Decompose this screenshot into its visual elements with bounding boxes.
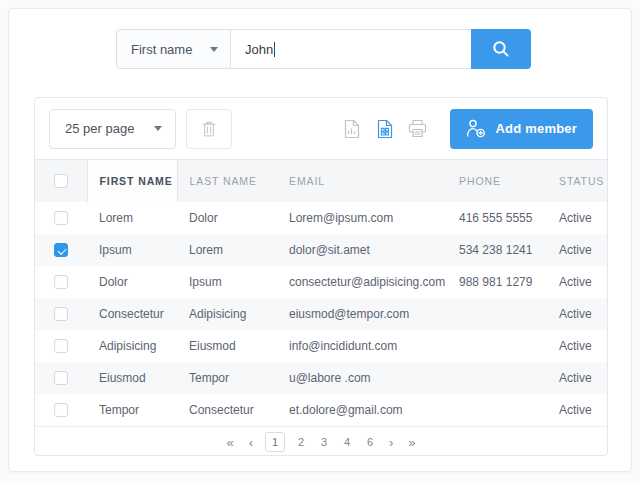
per-page-dropdown[interactable]: 25 per page: [49, 109, 176, 149]
cell-status: Active: [547, 266, 607, 298]
cell-phone: [447, 394, 547, 426]
print-button[interactable]: [405, 116, 431, 142]
cell-email: et.dolore@gmail.com: [277, 394, 447, 426]
export-report-button[interactable]: [339, 116, 365, 142]
cell-first-name: Ipsum: [87, 234, 177, 266]
search-icon: [491, 39, 511, 59]
pagination: «‹12346›»: [35, 426, 607, 456]
add-member-button[interactable]: Add member: [450, 109, 593, 149]
search-button[interactable]: [471, 29, 531, 69]
prev-page-button[interactable]: ‹: [246, 435, 256, 450]
cell-status: Active: [547, 394, 607, 426]
page-button-3[interactable]: 3: [317, 436, 331, 448]
printer-icon: [408, 119, 427, 138]
members-card: First name John 25 per page: [8, 8, 632, 472]
cell-email: consectetur@adipisicing.com: [277, 266, 447, 298]
search-bar: First name John: [116, 29, 531, 69]
row-checkbox[interactable]: [54, 307, 68, 321]
table-row[interactable]: ConsecteturAdipisicingeiusmod@tempor.com…: [35, 298, 607, 330]
cell-last-name: Tempor: [177, 362, 277, 394]
cell-first-name: Dolor: [87, 266, 177, 298]
text-cursor: [274, 42, 275, 57]
cell-status: Active: [547, 202, 607, 234]
cell-phone: [447, 298, 547, 330]
table-row[interactable]: TemporConsecteturet.dolore@gmail.comActi…: [35, 394, 607, 426]
cell-email: dolor@sit.amet: [277, 234, 447, 266]
page-button-6[interactable]: 6: [363, 436, 377, 448]
column-header-email[interactable]: EMAIL: [277, 160, 447, 202]
cell-phone: 988 981 1279: [447, 266, 547, 298]
column-header-status[interactable]: STATUS: [547, 160, 607, 202]
cell-first-name: Adipisicing: [87, 330, 177, 362]
cell-first-name: Eiusmod: [87, 362, 177, 394]
cell-email: Lorem@ipsum.com: [277, 202, 447, 234]
file-chart-icon: [344, 119, 360, 139]
cell-last-name: Adipisicing: [177, 298, 277, 330]
search-field-dropdown[interactable]: First name: [116, 29, 231, 69]
cell-email: u@labore .com: [277, 362, 447, 394]
trash-icon: [201, 120, 217, 138]
cell-last-name: Dolor: [177, 202, 277, 234]
cell-last-name: Consectetur: [177, 394, 277, 426]
table-row[interactable]: AdipisicingEiusmodinfo@incididunt.comAct…: [35, 330, 607, 362]
table-toolbar: 25 per page: [35, 98, 607, 160]
cell-phone: 416 555 5555: [447, 202, 547, 234]
delete-button[interactable]: [186, 109, 232, 149]
members-table-container: 25 per page: [34, 97, 608, 456]
cell-phone: 534 238 1241: [447, 234, 547, 266]
first-page-button[interactable]: «: [223, 435, 236, 450]
table-row[interactable]: EiusmodTemporu@labore .comActive: [35, 362, 607, 394]
cell-first-name: Consectetur: [87, 298, 177, 330]
row-checkbox[interactable]: [54, 211, 68, 225]
page-button-4[interactable]: 4: [340, 436, 354, 448]
search-input[interactable]: John: [231, 29, 471, 69]
row-checkbox[interactable]: [54, 403, 68, 417]
cell-last-name: Lorem: [177, 234, 277, 266]
cell-status: Active: [547, 234, 607, 266]
chevron-down-icon: [210, 47, 218, 52]
cell-email: info@incididunt.com: [277, 330, 447, 362]
table-row[interactable]: LoremDolorLorem@ipsum.com416 555 5555Act…: [35, 202, 607, 234]
table-row[interactable]: DolorIpsumconsectetur@adipisicing.com988…: [35, 266, 607, 298]
table-body: LoremDolorLorem@ipsum.com416 555 5555Act…: [35, 202, 607, 426]
page-button-1[interactable]: 1: [265, 432, 285, 452]
table-row[interactable]: IpsumLoremdolor@sit.amet534 238 1241Acti…: [35, 234, 607, 266]
cell-email: eiusmod@tempor.com: [277, 298, 447, 330]
cell-phone: [447, 362, 547, 394]
row-checkbox[interactable]: [54, 371, 68, 385]
add-member-label: Add member: [496, 121, 577, 136]
table-header-row: FIRST NAME LAST NAME EMAIL PHONE STATUS: [35, 160, 607, 202]
next-page-button[interactable]: ›: [386, 435, 396, 450]
column-header-first-name[interactable]: FIRST NAME: [87, 160, 177, 202]
cell-last-name: Eiusmod: [177, 330, 277, 362]
cell-status: Active: [547, 330, 607, 362]
row-checkbox[interactable]: [54, 243, 68, 257]
column-header-last-name[interactable]: LAST NAME: [177, 160, 277, 202]
cell-first-name: Lorem: [87, 202, 177, 234]
cell-first-name: Tempor: [87, 394, 177, 426]
search-field-value: First name: [131, 42, 192, 57]
person-plus-icon: [466, 119, 486, 138]
column-header-phone[interactable]: PHONE: [447, 160, 547, 202]
cell-status: Active: [547, 362, 607, 394]
per-page-value: 25 per page: [65, 121, 134, 136]
cell-status: Active: [547, 298, 607, 330]
row-checkbox[interactable]: [54, 339, 68, 353]
search-query-text: John: [245, 42, 273, 57]
row-checkbox[interactable]: [54, 275, 68, 289]
export-grid-button[interactable]: [372, 116, 398, 142]
last-page-button[interactable]: »: [405, 435, 418, 450]
select-all-checkbox[interactable]: [54, 174, 68, 188]
cell-last-name: Ipsum: [177, 266, 277, 298]
file-grid-icon: [377, 119, 393, 139]
members-table: FIRST NAME LAST NAME EMAIL PHONE STATUS …: [35, 160, 607, 426]
page-button-2[interactable]: 2: [294, 436, 308, 448]
cell-phone: [447, 330, 547, 362]
chevron-down-icon: [154, 126, 162, 131]
